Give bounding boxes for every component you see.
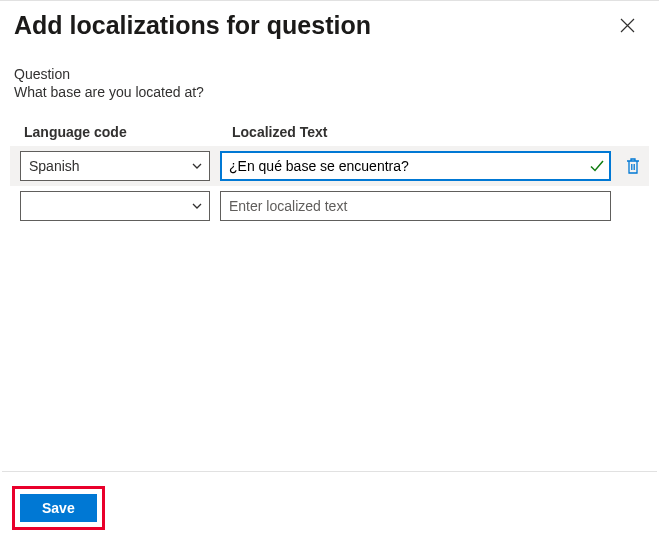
- localized-text-input[interactable]: [220, 191, 611, 221]
- save-highlight-box: Save: [12, 486, 105, 530]
- save-button[interactable]: Save: [20, 494, 97, 522]
- panel-title: Add localizations for question: [14, 11, 371, 40]
- delete-row-button[interactable]: [621, 151, 645, 181]
- chevron-down-icon: [191, 200, 203, 212]
- column-header-language: Language code: [24, 124, 214, 140]
- question-text: What base are you located at?: [14, 84, 645, 100]
- checkmark-icon: [589, 158, 605, 174]
- close-button[interactable]: [613, 11, 641, 39]
- chevron-down-icon: [191, 160, 203, 172]
- trash-icon: [625, 157, 641, 175]
- question-heading: Question: [14, 66, 645, 82]
- localized-text-input[interactable]: [220, 151, 611, 181]
- language-select[interactable]: Spanish: [20, 151, 210, 181]
- column-header-localized-text: Localized Text: [232, 124, 327, 140]
- language-select[interactable]: [20, 191, 210, 221]
- trash-spacer: [621, 191, 645, 221]
- close-icon: [620, 18, 635, 33]
- language-select-value: Spanish: [29, 158, 80, 174]
- localization-row: Spanish: [10, 146, 649, 186]
- localization-row: [10, 186, 649, 226]
